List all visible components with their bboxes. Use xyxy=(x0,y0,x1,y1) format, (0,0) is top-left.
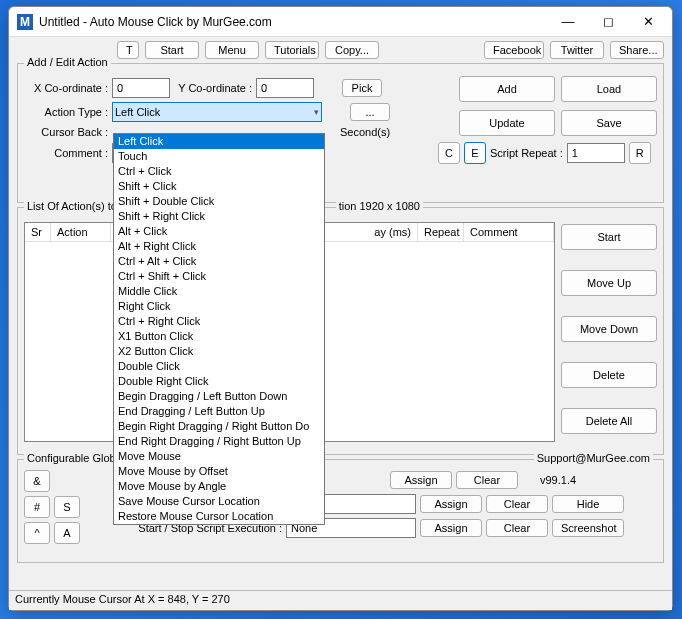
ellipsis-button[interactable]: ... xyxy=(350,103,390,121)
close-button[interactable]: ✕ xyxy=(628,8,668,36)
dropdown-option[interactable]: Move Mouse by Angle xyxy=(114,479,324,494)
hash-button[interactable]: # xyxy=(24,496,50,518)
caret-button[interactable]: ^ xyxy=(24,522,50,544)
dropdown-option[interactable]: Shift + Right Click xyxy=(114,209,324,224)
y-coord-input[interactable] xyxy=(256,78,314,98)
dropdown-option[interactable]: Restore Mouse Cursor Location xyxy=(114,509,324,524)
move-up-button[interactable]: Move Up xyxy=(561,270,657,296)
dropdown-option[interactable]: Alt + Click xyxy=(114,224,324,239)
facebook-button[interactable]: Facebook xyxy=(484,41,544,59)
support-label: Support@MurGee.com xyxy=(534,452,653,464)
dropdown-option[interactable]: Move Mouse xyxy=(114,449,324,464)
dropdown-option[interactable]: Left Click xyxy=(114,134,324,149)
twitter-button[interactable]: Twitter xyxy=(550,41,604,59)
maximize-button[interactable]: ◻ xyxy=(588,8,628,36)
dropdown-option[interactable]: X2 Button Click xyxy=(114,344,324,359)
app-window: M Untitled - Auto Mouse Click by MurGee.… xyxy=(8,6,673,611)
dropdown-option[interactable]: Double Click xyxy=(114,359,324,374)
s-key-button[interactable]: S xyxy=(54,496,80,518)
dropdown-option[interactable]: Begin Right Dragging / Right Button Do xyxy=(114,419,324,434)
load-button[interactable]: Load xyxy=(561,76,657,102)
assign-button-1[interactable]: Assign xyxy=(390,471,452,489)
add-edit-legend: Add / Edit Action xyxy=(24,56,111,68)
start-button[interactable]: Start xyxy=(561,224,657,250)
clear-button-2[interactable]: Clear xyxy=(486,495,548,513)
dropdown-option[interactable]: End Dragging / Left Button Up xyxy=(114,404,324,419)
assign-button-3[interactable]: Assign xyxy=(420,519,482,537)
add-button[interactable]: Add xyxy=(459,76,555,102)
config-legend: Configurable Globa xyxy=(24,452,125,464)
screenshot-button[interactable]: Screenshot xyxy=(552,519,624,537)
chevron-down-icon: ▾ xyxy=(314,107,319,117)
titlebar: M Untitled - Auto Mouse Click by MurGee.… xyxy=(9,7,672,37)
dropdown-option[interactable]: Save Mouse Cursor Location xyxy=(114,494,324,509)
dropdown-option[interactable]: Ctrl + Click xyxy=(114,164,324,179)
content-area: T Start Menu Tutorials Copy... Facebook … xyxy=(9,37,672,590)
dropdown-option[interactable]: Ctrl + Shift + Click xyxy=(114,269,324,284)
dropdown-option[interactable]: End Right Dragging / Right Button Up xyxy=(114,434,324,449)
action-type-label: Action Type : xyxy=(24,106,108,118)
action-type-value: Left Click xyxy=(115,106,160,118)
dropdown-option[interactable]: Ctrl + Right Click xyxy=(114,314,324,329)
dropdown-option[interactable]: Touch xyxy=(114,149,324,164)
script-repeat-input[interactable] xyxy=(567,143,625,163)
x-coord-label: X Co-ordinate : xyxy=(24,82,108,94)
dropdown-option[interactable]: Move Mouse by Offset xyxy=(114,464,324,479)
share-button[interactable]: Share... xyxy=(610,41,664,59)
a-key-button[interactable]: A xyxy=(54,522,80,544)
col-comment: Comment xyxy=(464,223,554,241)
hide-button[interactable]: Hide xyxy=(552,495,624,513)
version-label: v99.1.4 xyxy=(540,474,576,486)
x-coord-input[interactable] xyxy=(112,78,170,98)
dropdown-option[interactable]: Shift + Click xyxy=(114,179,324,194)
y-coord-label: Y Co-ordinate : xyxy=(174,82,252,94)
tutorials-button[interactable]: Tutorials xyxy=(265,41,319,59)
clear-button-1[interactable]: Clear xyxy=(456,471,518,489)
status-bar: Currently Mouse Cursor At X = 848, Y = 2… xyxy=(9,590,672,610)
dropdown-option[interactable]: Double Right Click xyxy=(114,374,324,389)
dropdown-option[interactable]: Alt + Right Click xyxy=(114,239,324,254)
action-type-select[interactable]: Left Click ▾ xyxy=(112,102,322,122)
update-button[interactable]: Update xyxy=(459,110,555,136)
resolution-label: tion 1920 x 1080 xyxy=(336,200,423,212)
amp-button[interactable]: & xyxy=(24,470,50,492)
r-button[interactable]: R xyxy=(629,142,651,164)
t-button[interactable]: T xyxy=(117,41,139,59)
dropdown-option[interactable]: Show Desktop xyxy=(114,524,324,525)
cursor-back-label: Cursor Back : xyxy=(24,126,108,138)
copy-button[interactable]: Copy... xyxy=(325,41,379,59)
action-type-dropdown[interactable]: Left ClickTouchCtrl + ClickShift + Click… xyxy=(113,133,325,525)
c-button[interactable]: C xyxy=(438,142,460,164)
delete-button[interactable]: Delete xyxy=(561,362,657,388)
dropdown-option[interactable]: Right Click xyxy=(114,299,324,314)
status-text: Currently Mouse Cursor At X = 848, Y = 2… xyxy=(15,593,230,605)
app-icon: M xyxy=(17,14,33,30)
start-button-top[interactable]: Start xyxy=(145,41,199,59)
pick-button[interactable]: Pick xyxy=(342,79,382,97)
e-button[interactable]: E xyxy=(464,142,486,164)
seconds-label: Second(s) xyxy=(340,126,390,138)
comment-label: Comment : xyxy=(24,147,108,159)
clear-button-3[interactable]: Clear xyxy=(486,519,548,537)
assign-button-2[interactable]: Assign xyxy=(420,495,482,513)
delete-all-button[interactable]: Delete All xyxy=(561,408,657,434)
dropdown-option[interactable]: Ctrl + Alt + Click xyxy=(114,254,324,269)
window-title: Untitled - Auto Mouse Click by MurGee.co… xyxy=(39,15,548,29)
col-repeat: Repeat xyxy=(418,223,464,241)
list-legend: List Of Action(s) to xyxy=(24,200,120,212)
script-repeat-label: Script Repeat : xyxy=(490,147,563,159)
dropdown-option[interactable]: Begin Dragging / Left Button Down xyxy=(114,389,324,404)
dropdown-option[interactable]: Middle Click xyxy=(114,284,324,299)
minimize-button[interactable]: — xyxy=(548,8,588,36)
dropdown-option[interactable]: Shift + Double Click xyxy=(114,194,324,209)
col-sr: Sr xyxy=(25,223,51,241)
save-button[interactable]: Save xyxy=(561,110,657,136)
menu-button[interactable]: Menu xyxy=(205,41,259,59)
move-down-button[interactable]: Move Down xyxy=(561,316,657,342)
col-action: Action xyxy=(51,223,111,241)
dropdown-option[interactable]: X1 Button Click xyxy=(114,329,324,344)
